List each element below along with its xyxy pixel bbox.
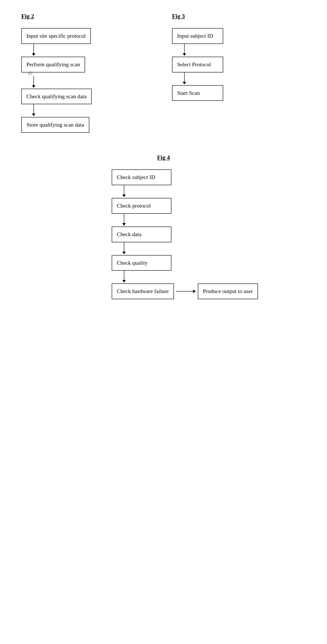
arrow-down-icon <box>122 271 126 284</box>
fig3-step1: Input subject ID <box>172 28 223 44</box>
fig4-side-box: Produce output to user <box>198 284 258 299</box>
fig2-step1: Input site specific protocol <box>21 28 91 44</box>
fig4-section: Fig 4 Check subject ID Check protocol Ch… <box>13 154 314 299</box>
fig2-flow: Input site specific protocol Perform qua… <box>21 28 92 133</box>
fig2-arrow3 <box>21 104 36 117</box>
fig4-arrow4 <box>112 271 126 284</box>
fig3-flow: Input subject ID Select Protocol Start S… <box>172 28 223 101</box>
arrow-down-icon <box>122 242 126 255</box>
fig3-title: Fig 3 <box>172 13 185 20</box>
fig2-title: Fig 2 <box>21 13 34 20</box>
top-row: Fig 2 Input site specific protocol Perfo… <box>13 8 314 137</box>
fig4-step4: Check quality <box>112 255 172 271</box>
fig4-title: Fig 4 <box>157 154 170 161</box>
fig4-arrow2 <box>112 214 126 226</box>
fig3-step3: Start Scan <box>172 85 223 101</box>
arrow-down-icon <box>32 44 36 57</box>
arrow-down-icon <box>183 44 186 57</box>
fig2-step4: Store qualifying scan data <box>21 117 89 133</box>
fig4-step1: Check subject ID <box>112 170 172 185</box>
fig2-step2: Perform qualifying scan <box>21 57 85 72</box>
fig4-flow: Check subject ID Check protocol Check da… <box>112 170 258 299</box>
fig2-arrow2 <box>21 76 36 89</box>
arrow-right-icon <box>176 287 196 296</box>
fig4-arrow1 <box>112 185 126 198</box>
arrow-down-icon <box>183 72 186 85</box>
fig2-section: Fig 2 Input site specific protocol Perfo… <box>13 8 164 137</box>
fig2-annotation: 43 <box>28 70 32 76</box>
page-content: Fig 2 Input site specific protocol Perfo… <box>0 0 327 308</box>
fig3-step2: Select Protocol <box>172 57 223 72</box>
fig2-step3: Check qualifying scan data <box>21 89 92 104</box>
arrow-down-icon <box>32 104 36 117</box>
fig4-step3: Check data <box>112 226 172 242</box>
fig4-step2: Check protocol <box>112 198 172 214</box>
fig4-step5: Check hardware failure <box>112 284 174 299</box>
arrow-down-icon <box>32 76 36 89</box>
fig3-arrow1 <box>172 44 186 57</box>
fig3-arrow2 <box>172 72 186 85</box>
fig4-last-row: Check hardware failure Produce output to… <box>112 284 258 299</box>
arrow-down-icon <box>122 185 126 198</box>
fig3-section: Fig 3 Input subject ID Select Protocol S… <box>164 8 314 137</box>
fig2-arrow1 <box>21 44 36 57</box>
arrow-down-icon <box>122 214 126 226</box>
fig4-arrow3 <box>112 242 126 255</box>
